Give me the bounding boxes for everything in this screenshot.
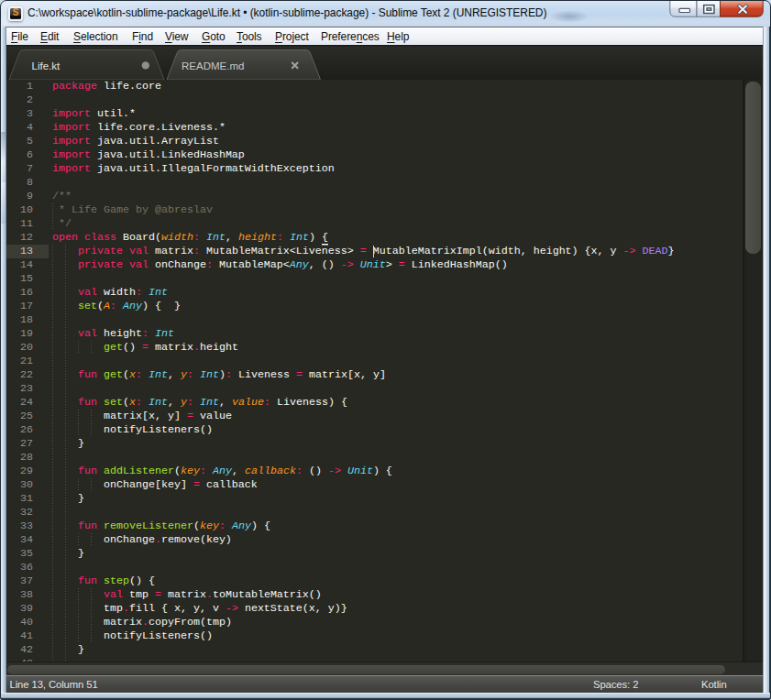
svg-text:README.md: README.md bbox=[182, 60, 244, 71]
svg-text:Life.kt: Life.kt bbox=[32, 60, 61, 71]
